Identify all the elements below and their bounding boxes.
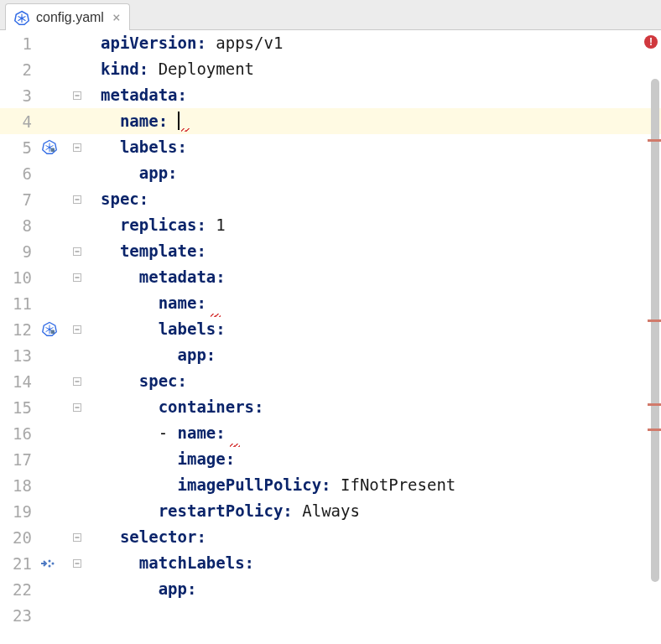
- gutter-icons: [39, 186, 84, 212]
- code-line[interactable]: template:: [84, 238, 661, 264]
- select-target-icon[interactable]: [40, 558, 55, 569]
- line-number[interactable]: 7: [0, 190, 39, 209]
- fold-toggle-icon[interactable]: [72, 558, 82, 569]
- line-number[interactable]: 6: [0, 164, 39, 183]
- code-line[interactable]: metadata:: [84, 82, 661, 108]
- gutter-icons: [39, 108, 84, 134]
- code-line[interactable]: imagePullPolicy: IfNotPresent: [84, 472, 661, 498]
- gutter-icons: [39, 394, 84, 420]
- fold-toggle-icon[interactable]: [72, 91, 82, 101]
- fold-toggle-icon[interactable]: [72, 325, 82, 335]
- line-number[interactable]: 15: [0, 398, 39, 417]
- line-number[interactable]: 5: [0, 138, 39, 157]
- gutter-icons: [39, 290, 84, 316]
- error-badge-icon[interactable]: !: [644, 35, 658, 49]
- line-number[interactable]: 18: [0, 476, 39, 495]
- line-number[interactable]: 13: [0, 346, 39, 365]
- code-line[interactable]: labels:: [84, 134, 661, 160]
- gutter-row: 15: [0, 394, 84, 420]
- code-area[interactable]: apiVersion: apps/v1kind: Deploymentmetad…: [84, 30, 661, 644]
- code-line[interactable]: containers:: [84, 394, 661, 420]
- fold-toggle-icon[interactable]: [72, 143, 82, 153]
- code-line[interactable]: [84, 602, 661, 628]
- code-line[interactable]: kind: Deployment: [84, 56, 661, 82]
- code-line[interactable]: matchLabels:: [84, 550, 661, 576]
- gutter-row: 23: [0, 602, 84, 628]
- code-line[interactable]: restartPolicy: Always: [84, 498, 661, 524]
- code-line[interactable]: replicas: 1: [84, 212, 661, 238]
- line-number[interactable]: 23: [0, 606, 39, 625]
- line-number[interactable]: 10: [0, 268, 39, 287]
- code-line[interactable]: image:: [84, 446, 661, 472]
- code-line[interactable]: name:: [84, 108, 661, 134]
- close-icon[interactable]: ×: [112, 9, 121, 25]
- error-stripe[interactable]: [648, 403, 661, 406]
- svg-line-17: [46, 145, 50, 147]
- line-number[interactable]: 1: [0, 34, 39, 53]
- fold-toggle-icon[interactable]: [72, 247, 82, 257]
- svg-point-46: [52, 562, 55, 564]
- fold-toggle-icon[interactable]: [72, 532, 82, 543]
- code-line[interactable]: spec:: [84, 368, 661, 394]
- kubernetes-gutter-icon[interactable]: [42, 139, 59, 156]
- kubernetes-gutter-icon[interactable]: [42, 321, 59, 338]
- line-number[interactable]: 2: [0, 60, 39, 79]
- line-number[interactable]: 21: [0, 554, 39, 573]
- svg-rect-18: [51, 148, 55, 152]
- code-line[interactable]: - name:: [84, 420, 661, 446]
- line-number[interactable]: 12: [0, 320, 39, 339]
- gutter-icons: [39, 160, 84, 186]
- gutter-row: 6: [0, 160, 84, 186]
- line-number[interactable]: 22: [0, 580, 39, 599]
- error-squiggle: [181, 128, 190, 132]
- code-line[interactable]: name:: [84, 290, 661, 316]
- code-line[interactable]: labels:: [84, 316, 661, 342]
- gutter-icons: [39, 524, 84, 550]
- code-line[interactable]: selector:: [84, 524, 661, 550]
- error-stripe[interactable]: [648, 139, 661, 142]
- gutter-icons: [39, 134, 84, 160]
- gutter-icons: [39, 238, 84, 264]
- svg-point-45: [49, 564, 51, 567]
- svg-line-6: [18, 18, 23, 20]
- code-line[interactable]: apiVersion: apps/v1: [84, 30, 661, 56]
- line-number[interactable]: 4: [0, 112, 39, 131]
- code-line[interactable]: spec:: [84, 186, 661, 212]
- gutter-icons: [39, 264, 84, 290]
- gutter-row: 4: [0, 108, 84, 134]
- gutter-row: 11: [0, 290, 84, 316]
- tab-filename: config.yaml: [36, 10, 104, 25]
- gutter-icons: [39, 212, 84, 238]
- svg-line-34: [46, 327, 50, 329]
- line-number[interactable]: 17: [0, 450, 39, 469]
- gutter-row: 17: [0, 446, 84, 472]
- fold-toggle-icon[interactable]: [72, 273, 82, 283]
- code-line[interactable]: app:: [84, 576, 661, 602]
- line-number[interactable]: 19: [0, 502, 39, 521]
- line-number[interactable]: 3: [0, 86, 39, 105]
- line-number[interactable]: 9: [0, 242, 39, 261]
- gutter-row: 20: [0, 524, 84, 550]
- line-number[interactable]: 11: [0, 294, 39, 313]
- line-number[interactable]: 14: [0, 372, 39, 391]
- code-line[interactable]: app:: [84, 160, 661, 186]
- gutter-icons: [39, 82, 84, 108]
- error-stripe[interactable]: [648, 428, 661, 431]
- code-line[interactable]: app:: [84, 342, 661, 368]
- line-number[interactable]: 8: [0, 216, 39, 235]
- fold-toggle-icon[interactable]: [72, 195, 82, 205]
- line-number[interactable]: 16: [0, 424, 39, 443]
- file-tab[interactable]: config.yaml ×: [5, 3, 130, 30]
- scrollbar-thumb[interactable]: [651, 79, 659, 582]
- svg-line-16: [46, 147, 50, 149]
- svg-line-33: [46, 329, 50, 331]
- fold-toggle-icon[interactable]: [72, 377, 82, 387]
- gutter-row: 1: [0, 30, 84, 56]
- gutter-row: 22: [0, 576, 84, 602]
- fold-toggle-icon[interactable]: [72, 402, 82, 413]
- code-line[interactable]: metadata:: [84, 264, 661, 290]
- error-stripe[interactable]: [648, 319, 661, 322]
- gutter-row: 7: [0, 186, 84, 212]
- gutter-icons: [39, 56, 84, 82]
- line-number[interactable]: 20: [0, 528, 39, 547]
